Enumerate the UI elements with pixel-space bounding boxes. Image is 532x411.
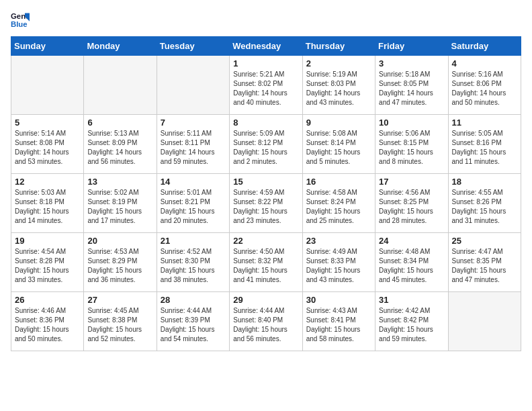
day-info: Sunrise: 4:44 AM Sunset: 8:39 PM Dayligh…	[161, 306, 226, 344]
day-info: Sunrise: 5:13 AM Sunset: 8:09 PM Dayligh…	[87, 129, 152, 167]
day-number: 11	[452, 118, 517, 128]
day-number: 30	[306, 295, 371, 305]
day-number: 9	[306, 118, 371, 128]
day-cell: 24Sunrise: 4:48 AM Sunset: 8:34 PM Dayli…	[375, 233, 448, 292]
day-number: 26	[15, 295, 80, 305]
day-cell: 20Sunrise: 4:53 AM Sunset: 8:29 PM Dayli…	[84, 233, 157, 292]
day-cell	[157, 56, 229, 115]
day-cell: 26Sunrise: 4:46 AM Sunset: 8:36 PM Dayli…	[11, 292, 84, 351]
day-cell: 19Sunrise: 4:54 AM Sunset: 8:28 PM Dayli…	[11, 233, 84, 292]
calendar-header-row: SundayMondayTuesdayWednesdayThursdayFrid…	[11, 37, 521, 56]
day-info: Sunrise: 5:05 AM Sunset: 8:16 PM Dayligh…	[452, 129, 517, 167]
day-cell: 18Sunrise: 4:55 AM Sunset: 8:26 PM Dayli…	[448, 174, 521, 233]
day-number: 10	[379, 118, 444, 128]
day-cell: 15Sunrise: 4:59 AM Sunset: 8:22 PM Dayli…	[230, 174, 302, 233]
day-info: Sunrise: 5:16 AM Sunset: 8:06 PM Dayligh…	[452, 70, 517, 107]
day-info: Sunrise: 5:06 AM Sunset: 8:15 PM Dayligh…	[379, 129, 444, 167]
day-info: Sunrise: 4:58 AM Sunset: 8:24 PM Dayligh…	[306, 188, 371, 226]
day-info: Sunrise: 4:49 AM Sunset: 8:33 PM Dayligh…	[306, 247, 371, 285]
day-number: 5	[15, 118, 80, 128]
day-number: 23	[306, 236, 371, 246]
day-info: Sunrise: 4:54 AM Sunset: 8:28 PM Dayligh…	[15, 247, 80, 285]
day-cell	[11, 56, 84, 115]
day-number: 21	[161, 236, 226, 246]
day-cell: 31Sunrise: 4:42 AM Sunset: 8:42 PM Dayli…	[375, 292, 448, 351]
day-info: Sunrise: 4:45 AM Sunset: 8:38 PM Dayligh…	[87, 306, 152, 344]
day-number: 29	[233, 295, 298, 305]
day-number: 1	[233, 58, 298, 68]
day-info: Sunrise: 5:03 AM Sunset: 8:18 PM Dayligh…	[15, 188, 80, 226]
day-cell: 10Sunrise: 5:06 AM Sunset: 8:15 PM Dayli…	[375, 115, 448, 174]
day-info: Sunrise: 5:01 AM Sunset: 8:21 PM Dayligh…	[161, 188, 226, 226]
day-cell: 16Sunrise: 4:58 AM Sunset: 8:24 PM Dayli…	[302, 174, 375, 233]
col-header-wednesday: Wednesday	[230, 37, 302, 56]
day-cell: 12Sunrise: 5:03 AM Sunset: 8:18 PM Dayli…	[11, 174, 84, 233]
day-info: Sunrise: 4:53 AM Sunset: 8:29 PM Dayligh…	[87, 247, 152, 285]
day-cell: 29Sunrise: 4:44 AM Sunset: 8:40 PM Dayli…	[230, 292, 302, 351]
day-cell: 30Sunrise: 4:43 AM Sunset: 8:41 PM Dayli…	[302, 292, 375, 351]
day-cell: 9Sunrise: 5:08 AM Sunset: 8:14 PM Daylig…	[302, 115, 375, 174]
day-number: 15	[233, 177, 298, 187]
calendar-table: SundayMondayTuesdayWednesdayThursdayFrid…	[11, 36, 521, 351]
day-cell: 3Sunrise: 5:18 AM Sunset: 8:05 PM Daylig…	[375, 56, 448, 115]
day-cell: 28Sunrise: 4:44 AM Sunset: 8:39 PM Dayli…	[157, 292, 229, 351]
col-header-monday: Monday	[84, 37, 157, 56]
day-cell: 27Sunrise: 4:45 AM Sunset: 8:38 PM Dayli…	[84, 292, 157, 351]
col-header-thursday: Thursday	[302, 37, 375, 56]
day-info: Sunrise: 4:48 AM Sunset: 8:34 PM Dayligh…	[379, 247, 444, 285]
day-info: Sunrise: 5:14 AM Sunset: 8:08 PM Dayligh…	[15, 129, 80, 167]
logo-icon: General Blue	[11, 11, 30, 30]
day-number: 2	[306, 58, 371, 68]
day-number: 25	[452, 236, 517, 246]
page-header: General Blue	[11, 11, 521, 30]
week-row-3: 12Sunrise: 5:03 AM Sunset: 8:18 PM Dayli…	[11, 174, 521, 233]
day-info: Sunrise: 5:09 AM Sunset: 8:12 PM Dayligh…	[233, 129, 298, 167]
day-number: 28	[161, 295, 226, 305]
day-number: 8	[233, 118, 298, 128]
day-info: Sunrise: 5:11 AM Sunset: 8:11 PM Dayligh…	[161, 129, 226, 167]
day-info: Sunrise: 4:55 AM Sunset: 8:26 PM Dayligh…	[452, 188, 517, 226]
week-row-5: 26Sunrise: 4:46 AM Sunset: 8:36 PM Dayli…	[11, 292, 521, 351]
day-cell: 23Sunrise: 4:49 AM Sunset: 8:33 PM Dayli…	[302, 233, 375, 292]
day-info: Sunrise: 4:56 AM Sunset: 8:25 PM Dayligh…	[379, 188, 444, 226]
day-info: Sunrise: 4:50 AM Sunset: 8:32 PM Dayligh…	[233, 247, 298, 285]
day-number: 27	[87, 295, 152, 305]
week-row-1: 1Sunrise: 5:21 AM Sunset: 8:02 PM Daylig…	[11, 56, 521, 115]
col-header-friday: Friday	[375, 37, 448, 56]
day-info: Sunrise: 4:43 AM Sunset: 8:41 PM Dayligh…	[306, 306, 371, 344]
day-cell	[448, 292, 521, 351]
day-cell: 2Sunrise: 5:19 AM Sunset: 8:03 PM Daylig…	[302, 56, 375, 115]
svg-text:Blue: Blue	[11, 20, 28, 28]
day-cell: 7Sunrise: 5:11 AM Sunset: 8:11 PM Daylig…	[157, 115, 229, 174]
day-number: 16	[306, 177, 371, 187]
day-cell: 17Sunrise: 4:56 AM Sunset: 8:25 PM Dayli…	[375, 174, 448, 233]
col-header-saturday: Saturday	[448, 37, 521, 56]
col-header-tuesday: Tuesday	[157, 37, 229, 56]
day-number: 24	[379, 236, 444, 246]
day-number: 13	[87, 177, 152, 187]
day-number: 31	[379, 295, 444, 305]
day-number: 22	[233, 236, 298, 246]
col-header-sunday: Sunday	[11, 37, 84, 56]
day-number: 18	[452, 177, 517, 187]
day-info: Sunrise: 5:08 AM Sunset: 8:14 PM Dayligh…	[306, 129, 371, 167]
day-number: 14	[161, 177, 226, 187]
day-cell	[84, 56, 157, 115]
day-info: Sunrise: 5:19 AM Sunset: 8:03 PM Dayligh…	[306, 70, 371, 107]
logo: General Blue	[11, 11, 32, 30]
day-cell: 25Sunrise: 4:47 AM Sunset: 8:35 PM Dayli…	[448, 233, 521, 292]
day-info: Sunrise: 5:21 AM Sunset: 8:02 PM Dayligh…	[233, 70, 298, 107]
day-cell: 13Sunrise: 5:02 AM Sunset: 8:19 PM Dayli…	[84, 174, 157, 233]
day-info: Sunrise: 4:44 AM Sunset: 8:40 PM Dayligh…	[233, 306, 298, 344]
day-number: 12	[15, 177, 80, 187]
day-info: Sunrise: 4:59 AM Sunset: 8:22 PM Dayligh…	[233, 188, 298, 226]
day-cell: 5Sunrise: 5:14 AM Sunset: 8:08 PM Daylig…	[11, 115, 84, 174]
day-info: Sunrise: 4:46 AM Sunset: 8:36 PM Dayligh…	[15, 306, 80, 344]
day-cell: 6Sunrise: 5:13 AM Sunset: 8:09 PM Daylig…	[84, 115, 157, 174]
day-number: 19	[15, 236, 80, 246]
day-info: Sunrise: 4:52 AM Sunset: 8:30 PM Dayligh…	[161, 247, 226, 285]
week-row-4: 19Sunrise: 4:54 AM Sunset: 8:28 PM Dayli…	[11, 233, 521, 292]
day-number: 3	[379, 58, 444, 68]
day-cell: 1Sunrise: 5:21 AM Sunset: 8:02 PM Daylig…	[230, 56, 302, 115]
day-info: Sunrise: 4:47 AM Sunset: 8:35 PM Dayligh…	[452, 247, 517, 285]
